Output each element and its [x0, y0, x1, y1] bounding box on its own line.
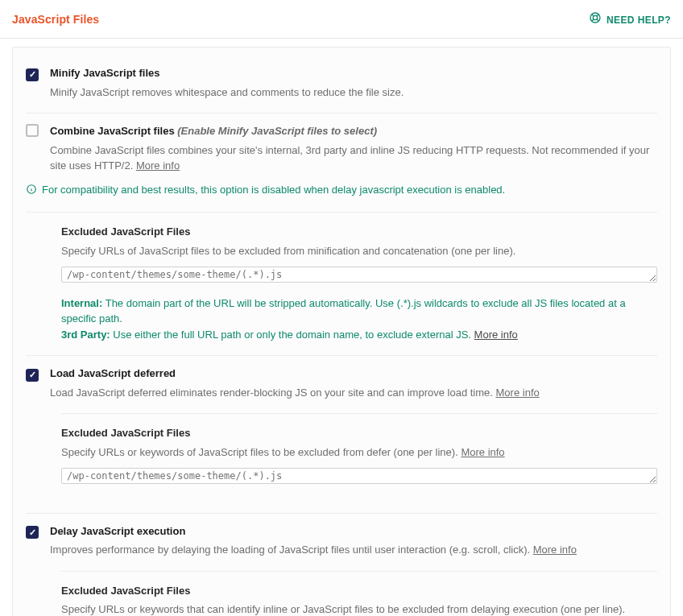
- need-help-button[interactable]: NEED HELP?: [589, 11, 671, 28]
- excluded-minify-desc: Specify URLs of JavaScript files to be e…: [61, 243, 657, 259]
- minify-checkbox[interactable]: [26, 68, 39, 81]
- option-combine: Combine JavaScript files (Enable Minify …: [13, 114, 670, 174]
- excluded-minify-title: Excluded JavaScript Files: [61, 224, 657, 240]
- combine-desc: Combine JavaScript files combines your s…: [50, 143, 657, 174]
- excluded-minify-more-info-link[interactable]: More info: [474, 329, 518, 341]
- delay-checkbox[interactable]: [26, 526, 39, 539]
- compatibility-note: For compatibility and best results, this…: [13, 174, 670, 200]
- svg-line-5: [597, 19, 598, 21]
- delay-more-info-link[interactable]: More info: [533, 544, 577, 556]
- excluded-minify-section: Excluded JavaScript Files Specify URLs o…: [13, 213, 670, 342]
- excluded-delay-desc: Specify URLs or keywords that can identi…: [61, 602, 657, 616]
- combine-title: Combine JavaScript files (Enable Minify …: [50, 123, 657, 139]
- excluded-defer-more-info-link[interactable]: More info: [461, 446, 504, 458]
- excluded-defer-title: Excluded JavaScript Files: [61, 425, 657, 441]
- excluded-minify-input[interactable]: [61, 267, 657, 283]
- combine-checkbox[interactable]: [26, 124, 39, 137]
- defer-desc: Load JavaScript deferred eliminates rend…: [50, 385, 657, 401]
- option-delay: Delay JavaScript execution Improves perf…: [13, 514, 670, 558]
- excluded-defer-section: Excluded JavaScript Files Specify URLs o…: [13, 414, 670, 489]
- excluded-delay-title: Excluded JavaScript Files: [61, 583, 657, 599]
- minify-title: Minify JavaScript files: [50, 65, 657, 81]
- excluded-defer-input[interactable]: [61, 468, 657, 484]
- option-minify: Minify JavaScript files Minify JavaScrip…: [13, 56, 670, 100]
- lifebuoy-icon: [589, 11, 602, 28]
- svg-line-4: [592, 19, 594, 21]
- page-title: JavaScript Files: [12, 11, 99, 28]
- combine-hint: (Enable Minify JavaScript files to selec…: [177, 125, 377, 137]
- defer-more-info-link[interactable]: More info: [496, 387, 540, 399]
- combine-more-info-link[interactable]: More info: [136, 159, 180, 172]
- settings-panel: Minify JavaScript files Minify JavaScrip…: [12, 47, 671, 616]
- excluded-defer-desc: Specify URLs or keywords of JavaScript f…: [61, 444, 657, 461]
- svg-line-3: [597, 14, 598, 16]
- defer-title: Load JavaScript deferred: [50, 366, 657, 382]
- need-help-label: NEED HELP?: [606, 13, 671, 27]
- info-icon: [26, 182, 37, 200]
- svg-line-2: [592, 14, 594, 16]
- compatibility-note-text: For compatibility and best results, this…: [42, 182, 505, 198]
- delay-desc: Improves performance by delaying the loa…: [50, 542, 657, 558]
- excluded-delay-section: Excluded JavaScript Files Specify URLs o…: [13, 572, 670, 617]
- option-defer: Load JavaScript deferred Load JavaScript…: [13, 356, 670, 400]
- excluded-minify-help: Internal: The domain part of the URL wil…: [61, 296, 657, 343]
- section-header: JavaScript Files NEED HELP?: [0, 0, 683, 39]
- defer-checkbox[interactable]: [26, 369, 39, 382]
- delay-title: Delay JavaScript execution: [50, 523, 657, 540]
- minify-desc: Minify JavaScript removes whitespace and…: [50, 85, 657, 101]
